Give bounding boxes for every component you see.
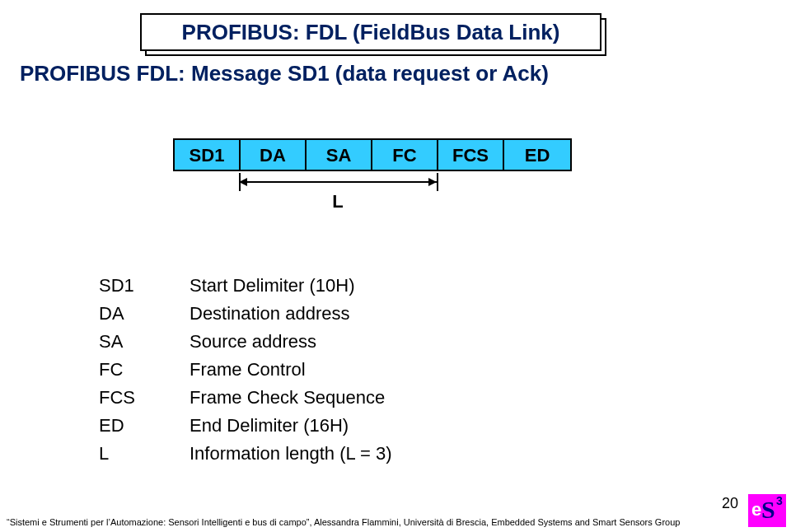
logo-superscript-3: 3 [776, 494, 783, 507]
slide-title: PROFIBUS: FDL (FieldBus Data Link) [182, 20, 560, 44]
slide: PROFIBUS: FDL (FieldBus Data Link) PROFI… [0, 0, 791, 532]
def-val: Frame Control [190, 356, 306, 384]
logo-letter-e: e [751, 499, 761, 520]
footer-citation: “Sistemi e Strumenti per l’Automazione: … [7, 517, 742, 527]
es3-logo: e S 3 [748, 494, 786, 527]
field-fcs: FCS [438, 140, 504, 170]
length-dimension: L [239, 171, 437, 206]
frame-fields-table: SD1 DA SA FC FCS ED [173, 138, 572, 171]
def-key: L [99, 440, 190, 468]
field-da: DA [241, 140, 307, 170]
def-row: FCFrame Control [99, 356, 392, 384]
def-row: SD1Start Delimiter (10H) [99, 272, 392, 300]
def-key: ED [99, 412, 190, 440]
def-row: EDEnd Delimiter (16H) [99, 412, 392, 440]
def-val: Frame Check Sequence [190, 384, 385, 412]
dimension-arrow [239, 181, 437, 183]
def-row: SASource address [99, 328, 392, 356]
definitions-list: SD1Start Delimiter (10H) DADestination a… [99, 272, 392, 468]
field-fc: FC [372, 140, 438, 170]
dimension-tick-right [437, 173, 438, 191]
page-number: 20 [722, 495, 738, 512]
logo-letter-s: S [761, 496, 775, 524]
def-key: FCS [99, 384, 190, 412]
def-key: SD1 [99, 272, 190, 300]
def-row: DADestination address [99, 300, 392, 328]
def-val: End Delimiter (16H) [190, 412, 349, 440]
title-box: PROFIBUS: FDL (FieldBus Data Link) [140, 13, 601, 51]
def-row: LInformation length (L = 3) [99, 440, 392, 468]
def-val: Information length (L = 3) [190, 440, 392, 468]
def-val: Start Delimiter (10H) [190, 272, 354, 300]
field-sa: SA [307, 140, 372, 170]
def-row: FCSFrame Check Sequence [99, 384, 392, 412]
field-sd1: SD1 [175, 140, 241, 170]
dimension-label: L [239, 191, 437, 212]
def-key: FC [99, 356, 190, 384]
def-key: SA [99, 328, 190, 356]
field-ed: ED [504, 140, 570, 170]
slide-subtitle: PROFIBUS FDL: Message SD1 (data request … [20, 61, 549, 86]
def-val: Destination address [190, 300, 349, 328]
def-val: Source address [190, 328, 316, 356]
def-key: DA [99, 300, 190, 328]
